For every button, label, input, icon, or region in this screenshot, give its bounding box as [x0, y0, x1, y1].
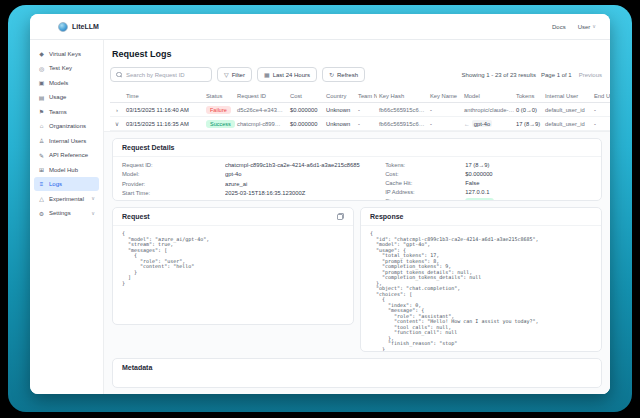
cell-key-name: -: [428, 103, 462, 117]
detail-label: Start Time:: [122, 190, 225, 196]
sidebar-item-logs[interactable]: ≡ Logs: [34, 177, 99, 191]
expand-row-chevron-right-icon[interactable]: ›: [110, 103, 124, 117]
column-header-time[interactable]: Time: [124, 90, 204, 103]
detail-label: Cost:: [385, 171, 465, 177]
expand-column-header: [110, 90, 124, 103]
refresh-button-label: Refresh: [337, 72, 358, 78]
refresh-button[interactable]: ↻ Refresh: [322, 67, 365, 82]
filter-button[interactable]: ▽ Filter: [217, 67, 252, 82]
column-header-end-user[interactable]: End User: [592, 90, 610, 103]
teams-icon: ⚑: [38, 108, 45, 115]
copy-icon[interactable]: [337, 213, 344, 220]
user-menu[interactable]: User ∨: [578, 24, 596, 30]
test-key-icon: ◎: [38, 65, 45, 72]
sidebar-item-experimental[interactable]: △ Experimental ∨: [34, 192, 99, 206]
filter-funnel-icon: ▽: [224, 72, 229, 78]
sidebar-item-teams[interactable]: ⚑ Teams: [34, 105, 99, 119]
request-panel: Request { "model": "azure_ai/gpt-4o", "s…: [112, 207, 354, 325]
detail-label: Model:: [122, 171, 225, 177]
sidebar-item-model-hub[interactable]: ⊞ Model Hub: [34, 163, 99, 177]
brand-name: LiteLLM: [72, 23, 99, 30]
column-header-key-hash[interactable]: Key Hash: [377, 90, 428, 103]
column-header-key-name[interactable]: Key Name: [428, 90, 462, 103]
sidebar-item-usage[interactable]: ▤ Usage: [34, 90, 99, 104]
app-header: LiteLLM Docs User ∨: [30, 14, 610, 40]
cell-country: Unknown: [324, 117, 356, 131]
sidebar-item-label: Settings: [49, 210, 71, 216]
column-header-cost[interactable]: Cost: [288, 90, 324, 103]
sidebar-item-label: API Reference: [49, 152, 88, 158]
logs-table-wrap: Time Status Request ID Cost Country Team…: [104, 90, 610, 131]
experimental-icon: △: [38, 195, 45, 202]
time-range-button[interactable]: ▦ Last 24 Hours: [257, 67, 317, 82]
cell-cost: $0.000000: [288, 117, 324, 131]
detail-label: Cache Hit:: [385, 180, 465, 186]
sidebar-item-organizations[interactable]: ⌂ Organizations: [34, 119, 99, 133]
time-range-label: Last 24 Hours: [273, 72, 310, 78]
table-row[interactable]: › 03/15/2025 11:16:40 AM Failure d5c26ce…: [110, 103, 610, 117]
sidebar-item-virtual-keys[interactable]: ◆ Virtual Keys: [34, 47, 99, 61]
detail-label: Request ID:: [122, 162, 225, 168]
sidebar-item-models[interactable]: ▣ Models: [34, 76, 99, 90]
toolbar: ▽ Filter ▦ Last 24 Hours ↻ Refresh Showi…: [104, 67, 610, 90]
detail-value-cache-hit: False: [465, 180, 592, 186]
cell-team-name: -: [356, 117, 377, 131]
cell-end-user: -: [592, 103, 610, 117]
column-header-country[interactable]: Country: [324, 90, 356, 103]
calendar-icon: ▦: [264, 72, 270, 78]
metadata-card: Metadata: [112, 358, 602, 388]
table-row[interactable]: ∨ 03/15/2025 11:16:35 AM Success chatcmp…: [110, 117, 610, 131]
detail-label: IP Address:: [385, 189, 465, 195]
detail-value-tokens: 17 (8→9): [465, 162, 592, 168]
cell-team-name: -: [356, 103, 377, 117]
detail-value-provider: azure_ai: [225, 181, 385, 187]
cell-time: 03/15/2025 11:16:35 AM: [124, 117, 204, 131]
cell-tokens: 0 (0→0): [514, 103, 543, 117]
search-icon: [116, 72, 122, 78]
cell-country: Unknown: [324, 103, 356, 117]
key-icon: ◆: [38, 50, 45, 57]
cell-time: 03/15/2025 11:16:40 AM: [124, 103, 204, 117]
filter-button-label: Filter: [232, 72, 245, 78]
column-header-request-id[interactable]: Request ID: [235, 90, 288, 103]
sidebar-item-test-key[interactable]: ◎ Test Key: [34, 61, 99, 75]
cell-request-id: chatcmpl-c899…: [235, 117, 288, 131]
docs-link[interactable]: Docs: [552, 24, 566, 30]
detail-value-start-time: 2025-03-15T18:16:35.123000Z: [225, 190, 385, 196]
search-input[interactable]: [126, 72, 206, 78]
collapse-row-chevron-down-icon[interactable]: ∨: [110, 117, 124, 131]
status-badge: Success: [206, 120, 235, 128]
metadata-title: Metadata: [122, 364, 152, 371]
results-count: Showing 1 - 23 of 23 results: [462, 72, 536, 78]
main-content: Request Logs ▽ Filter ▦ Last 24 Hours ↻ …: [104, 40, 610, 394]
sidebar-item-settings[interactable]: ⚙ Settings ∨: [34, 206, 99, 220]
response-json: { "id": "chatcmpl-c899c1b3-ca2e-4214-a6d…: [361, 226, 601, 351]
api-reference-icon: ✎: [38, 152, 45, 159]
cell-model: anthropic/claude-…: [462, 103, 514, 117]
detail-value-request-id: chatcmpl-c899c1b3-ca2e-4214-a6d1-a3ae215…: [225, 162, 385, 168]
logs-icon: ≡: [38, 181, 45, 187]
previous-page-button[interactable]: Previous: [577, 72, 604, 78]
column-header-internal-user[interactable]: Internal User: [543, 90, 592, 103]
search-box[interactable]: [110, 67, 212, 82]
sidebar-item-api-reference[interactable]: ✎ API Reference: [34, 148, 99, 162]
sidebar-item-label: Usage: [49, 94, 66, 100]
cell-key-hash: fb66c565915c6…: [377, 103, 428, 117]
column-header-team-name[interactable]: Team Name: [356, 90, 377, 103]
column-header-model[interactable]: Model: [462, 90, 514, 103]
sidebar-item-label: Logs: [49, 181, 62, 187]
settings-gear-icon: ⚙: [38, 210, 45, 217]
litellm-app-window: LiteLLM Docs User ∨ ◆ Virtual Keys ◎ Tes…: [30, 14, 610, 394]
chevron-down-icon: ∨: [91, 211, 95, 216]
brand[interactable]: LiteLLM: [58, 22, 99, 32]
cell-internal-user: default_user_id: [543, 117, 592, 131]
status-badge: Success: [465, 198, 494, 201]
sidebar-item-label: Experimental: [49, 196, 84, 202]
sidebar-item-internal-users[interactable]: ♙ Internal Users: [34, 134, 99, 148]
cell-status: Failure: [204, 103, 235, 117]
detail-value-cost: $0.000000: [465, 171, 592, 177]
request-panel-title: Request: [122, 213, 150, 220]
column-header-status[interactable]: Status: [204, 90, 235, 103]
column-header-tokens[interactable]: Tokens: [514, 90, 543, 103]
request-json: { "model": "azure_ai/gpt-4o", "stream": …: [113, 226, 353, 324]
